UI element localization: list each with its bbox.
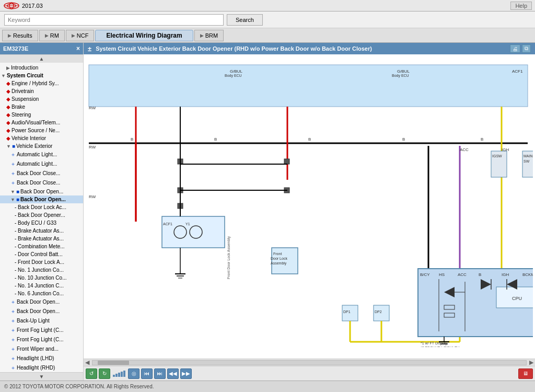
num-icon: ＋ <box>10 346 16 352</box>
tree-item-back-door-open-2[interactable]: ▼■Back Door Open... <box>0 195 83 203</box>
tab-results-label: Results <box>13 32 32 39</box>
tree-item-junction-14[interactable]: - No. 14 Junction C... <box>0 282 83 290</box>
scroll-left-arrow[interactable]: ◀ <box>84 359 91 366</box>
refresh-button[interactable]: ↺ <box>86 368 97 379</box>
search-input[interactable] <box>4 14 224 26</box>
footer: © 2012 TOYOTA MOTOR CORPORATION. All Rig… <box>0 381 535 392</box>
signal-bar-1 <box>113 375 115 377</box>
num-icon: ＋ <box>10 327 16 333</box>
scroll-thumb[interactable] <box>98 361 129 365</box>
tree-item-front-wiper[interactable]: ＋Front Wiper and... <box>0 344 83 354</box>
svg-text:Front: Front <box>273 252 282 256</box>
prev-button[interactable]: ◀◀ <box>167 368 179 379</box>
tab-rm[interactable]: ▶ RM <box>39 30 65 41</box>
tree-item-back-door-lock[interactable]: - Back Door Lock Ac... <box>0 203 83 211</box>
sidebar-close-button[interactable]: × <box>76 45 80 52</box>
tree-item-auto-light-1[interactable]: ＋Automatic Light... <box>0 150 83 159</box>
sidebar-tree: ▶Introduction ▼System Circuit ◆Engine / … <box>0 63 83 372</box>
tree-item-junction-6[interactable]: - No. 6 Junction Co... <box>0 290 83 297</box>
tree-item-suspension[interactable]: ◆Suspension <box>0 95 83 103</box>
tree-item-front-fog-2[interactable]: ＋Front Fog Light (C... <box>0 335 83 344</box>
svg-text:MAIN: MAIN <box>524 154 533 158</box>
signal-bar-5 <box>123 371 125 377</box>
signal-bars <box>113 371 125 377</box>
svg-text:RW: RW <box>89 194 96 199</box>
new-window-button[interactable]: ⧉ <box>522 44 531 53</box>
tree-item-back-door-close-2[interactable]: ＋Back Door Close... <box>0 178 83 188</box>
bottom-toolbar: ↺ ↻ ◎ ⏮ ⏭ ◀◀ ▶▶ 🖥 <box>84 366 535 381</box>
screen-button[interactable]: 🖥 <box>518 368 533 379</box>
play-button[interactable]: ▶▶ <box>180 368 192 379</box>
tree-item-headlight-lhd[interactable]: ＋Headlight (LHD) <box>0 354 83 363</box>
tree-item-front-fog-1[interactable]: ＋Front Fog Light (C... <box>0 326 83 335</box>
svg-text:B: B <box>214 137 217 142</box>
tab-results[interactable]: ▶ Results <box>2 30 38 41</box>
signal-bar-2 <box>115 374 118 377</box>
print-button[interactable]: 🖨 <box>510 44 520 53</box>
tree-item-combination-meter[interactable]: - Combination Mete... <box>0 243 83 250</box>
forward-button[interactable]: ↻ <box>99 368 110 379</box>
expand-icon: ▼ <box>10 197 15 202</box>
tab-brm-label: BRM <box>205 32 218 39</box>
tree-item-introduction[interactable]: ▶Introduction <box>0 64 83 72</box>
tree-item-back-door-open-4[interactable]: ＋Back Door Open... <box>0 307 83 316</box>
tree-item-vehicle-interior[interactable]: ◆Vehicle Interior <box>0 134 83 142</box>
scroll-right-arrow[interactable]: ▶ <box>528 359 535 366</box>
tree-item-body-ecu[interactable]: - Body ECU / G33 <box>0 219 83 227</box>
top-bar: 2017.03 Help <box>0 0 535 11</box>
svg-text:G/BUL: G/BUL <box>397 69 410 74</box>
tab-ncf[interactable]: ▶ NCF <box>66 30 95 41</box>
tree-item-auto-light-2[interactable]: ＋Automatic Light... <box>0 159 83 169</box>
red-diamond-icon: ◆ <box>6 120 10 125</box>
arrow-icon: ▶ <box>72 33 75 38</box>
scroll-track[interactable] <box>92 360 527 365</box>
search-bar: Search <box>0 11 535 28</box>
sidebar-scroll-down[interactable]: ▼ <box>0 372 83 381</box>
zoom-button[interactable]: ◎ <box>128 368 139 379</box>
diagram-area[interactable]: G/BUL Body ECU G/BUL Body ECU ACF1 RW B … <box>84 54 535 359</box>
tree-item-system-circuit[interactable]: ▼System Circuit <box>0 72 83 79</box>
tree-item-drivetrain[interactable]: ◆Drivetrain <box>0 87 83 95</box>
tree-item-back-door-open-3[interactable]: ＋Back Door Open... <box>0 297 83 307</box>
tree-item-junction-10[interactable]: - No. 10 Junction Co... <box>0 274 83 282</box>
svg-text:*2 TOCHI TV, ZIGHI-TV: *2 TOCHI TV, ZIGHI-TV <box>421 346 459 347</box>
svg-text:ACF1: ACF1 <box>512 69 523 74</box>
tree-item-brake[interactable]: ◆Brake <box>0 103 83 111</box>
red-diamond-icon: ◆ <box>6 112 10 118</box>
tree-item-door-control[interactable]: - Door Control Batt... <box>0 250 83 258</box>
tree-item-headlight-rhd[interactable]: ＋Headlight (RHD) <box>0 363 83 372</box>
expand-icon: ▼ <box>1 73 6 78</box>
tree-item-back-door-opener[interactable]: - Back Door Opener... <box>0 211 83 219</box>
tree-item-back-door-open-1[interactable]: ▼■Back Door Open... <box>0 188 83 195</box>
tab-ewd[interactable]: Electrical Wiring Diagram <box>95 30 193 41</box>
bottom-scrollbar[interactable]: ◀ ▶ <box>84 359 535 366</box>
svg-text:Body ECU: Body ECU <box>225 74 242 78</box>
svg-text:B: B <box>131 137 133 142</box>
svg-text:RW: RW <box>89 145 96 149</box>
tree-item-engine[interactable]: ◆Engine / Hybrid Sy... <box>0 79 83 87</box>
next-page-button[interactable]: ⏭ <box>154 368 166 379</box>
sidebar-scroll-up[interactable]: ▲ <box>0 54 83 63</box>
num-icon: ＋ <box>10 180 16 186</box>
search-button[interactable]: Search <box>227 14 263 26</box>
tab-ncf-label: NCF <box>77 32 89 39</box>
main-area: EM3273E × ▲ ▶Introduction ▼System Circui… <box>0 43 535 381</box>
svg-text:IGH: IGH <box>502 147 509 152</box>
tree-item-junction-1[interactable]: - No. 1 Junction Co... <box>0 266 83 274</box>
tree-item-steering[interactable]: ◆Steering <box>0 111 83 119</box>
tree-item-back-door-close-1[interactable]: ＋Back Door Close... <box>0 169 83 178</box>
tree-item-front-door-lock[interactable]: - Front Door Lock A... <box>0 258 83 266</box>
tree-item-brake-actuator-2[interactable]: - Brake Actuator As... <box>0 235 83 243</box>
tab-brm[interactable]: ▶ BRM <box>194 30 224 41</box>
tree-item-brake-actuator-1[interactable]: - Brake Actuator As... <box>0 227 83 235</box>
first-page-button[interactable]: ⏮ <box>141 368 153 379</box>
red-diamond-icon: ◆ <box>6 96 10 102</box>
tree-item-vehicle-exterior[interactable]: ▼■Vehicle Exterior <box>0 142 83 150</box>
svg-text:B: B <box>481 137 483 142</box>
sidebar-title: EM3273E <box>3 45 28 52</box>
tree-item-power-source[interactable]: ◆Power Source / Ne... <box>0 126 83 134</box>
tree-item-backup-light[interactable]: ＋Back-Up Light <box>0 316 83 326</box>
tree-item-audio[interactable]: ◆Audio/Visual/Telem... <box>0 119 83 126</box>
svg-text:DP2: DP2 <box>375 310 382 314</box>
help-button[interactable]: Help <box>510 2 532 10</box>
